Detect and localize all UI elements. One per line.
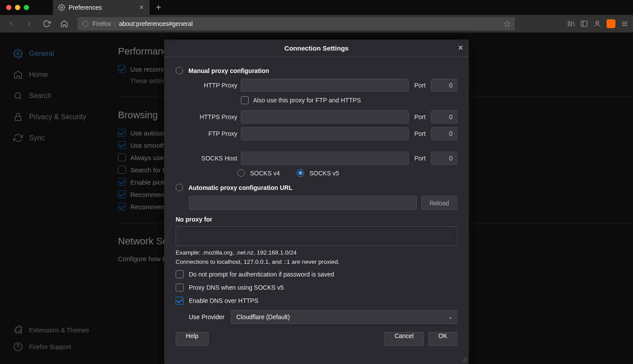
http-proxy-input[interactable] — [241, 79, 409, 92]
extension-icon[interactable] — [607, 19, 615, 28]
noauth-checkbox[interactable] — [176, 270, 184, 278]
toolbar-icons — [567, 19, 629, 28]
new-tab-button[interactable]: + — [152, 3, 165, 13]
no-proxy-label: No proxy for — [176, 216, 457, 223]
http-port-label: Port — [412, 82, 427, 89]
ftp-port-label: Port — [412, 130, 427, 137]
toolbar: Firefox | about:preferences#general — [0, 15, 633, 33]
provider-label: Use Provider — [189, 313, 224, 320]
http-port-input[interactable]: 0 — [431, 79, 457, 92]
minimize-window-icon[interactable] — [15, 5, 20, 10]
dialog-overlay: Connection Settings ✕ Manual proxy confi… — [0, 33, 633, 364]
socks-v5-radio[interactable] — [297, 169, 304, 177]
tab-preferences[interactable]: Preferences × — [53, 0, 150, 15]
tabstrip: Preferences × + — [0, 0, 633, 15]
window-controls — [0, 5, 35, 10]
zoom-window-icon[interactable] — [24, 5, 29, 10]
tab-close-icon[interactable]: × — [138, 4, 145, 11]
reload-button[interactable]: Reload — [421, 196, 457, 210]
menu-icon[interactable] — [621, 20, 629, 28]
dialog-titlebar: Connection Settings ✕ — [164, 40, 469, 57]
url-context: Firefox — [92, 20, 111, 27]
https-proxy-label: HTTPS Proxy — [189, 113, 237, 120]
close-window-icon[interactable] — [6, 5, 11, 10]
url-address: about:preferences#general — [119, 20, 192, 27]
provider-select[interactable]: Cloudflare (Default) ⌄ — [231, 310, 457, 324]
ftp-port-input[interactable]: 0 — [431, 127, 457, 140]
connection-settings-dialog: Connection Settings ✕ Manual proxy confi… — [164, 40, 469, 364]
forward-button[interactable] — [22, 17, 36, 31]
firefox-logo-icon — [82, 20, 89, 27]
svg-point-0 — [61, 7, 63, 8]
resize-handle-icon[interactable] — [461, 357, 467, 363]
sidebar-toggle-icon[interactable] — [580, 20, 588, 28]
proxydns-checkbox[interactable] — [176, 284, 184, 291]
tab-title: Preferences — [69, 4, 102, 11]
no-proxy-example: Example: .mozilla.org, .net.nz, 192.168.… — [176, 249, 457, 256]
socks-port-input[interactable]: 0 — [431, 152, 457, 165]
svg-marker-2 — [504, 21, 510, 26]
https-proxy-input[interactable] — [241, 110, 409, 124]
manual-proxy-label: Manual proxy configuration — [188, 67, 269, 74]
also-ftp-https-label: Also use this proxy for FTP and HTTPS — [253, 97, 361, 104]
noauth-label: Do not prompt for authentication if pass… — [189, 271, 334, 278]
account-icon[interactable] — [593, 20, 601, 28]
socks-host-input[interactable] — [241, 152, 409, 165]
proxydns-label: Proxy DNS when using SOCKS v5 — [189, 284, 284, 291]
also-ftp-https-checkbox[interactable] — [241, 96, 249, 104]
provider-value: Cloudflare (Default) — [236, 313, 290, 320]
proxy-grid: HTTP Proxy Port 0 Also use this proxy fo… — [189, 79, 457, 165]
http-proxy-label: HTTP Proxy — [189, 82, 237, 89]
library-icon[interactable] — [567, 20, 575, 28]
gear-icon — [58, 4, 65, 11]
svg-point-1 — [83, 21, 88, 26]
auto-proxy-label: Automatic proxy configuration URL — [188, 184, 292, 191]
localhost-note: Connections to localhost, 127.0.0.1, and… — [176, 258, 457, 265]
reload-button[interactable] — [40, 17, 54, 31]
auto-proxy-radio[interactable] — [176, 184, 183, 191]
doh-label: Enable DNS over HTTPS — [189, 297, 258, 304]
url-separator: | — [114, 20, 116, 27]
home-button[interactable] — [57, 17, 71, 31]
back-button[interactable] — [4, 17, 18, 31]
socks-v4-label: SOCKS v4 — [250, 170, 280, 177]
ok-button[interactable]: OK — [428, 332, 457, 346]
auto-proxy-url-input[interactable] — [189, 196, 417, 210]
bookmark-star-icon[interactable] — [504, 20, 511, 27]
socks-port-label: Port — [412, 155, 427, 162]
dialog-close-icon[interactable]: ✕ — [458, 44, 464, 52]
socks-host-label: SOCKS Host — [189, 155, 237, 162]
https-port-input[interactable]: 0 — [431, 110, 457, 124]
chevron-down-icon: ⌄ — [448, 314, 453, 320]
ftp-proxy-label: FTP Proxy — [189, 130, 237, 137]
help-button[interactable]: Help — [176, 332, 209, 346]
doh-checkbox[interactable] — [176, 297, 184, 305]
url-bar[interactable]: Firefox | about:preferences#general — [77, 17, 515, 30]
https-port-label: Port — [412, 113, 427, 120]
svg-point-5 — [596, 21, 599, 24]
cancel-button[interactable]: Cancel — [384, 332, 424, 346]
ftp-proxy-input[interactable] — [241, 127, 409, 140]
no-proxy-textarea[interactable] — [176, 226, 457, 246]
manual-proxy-radio[interactable] — [176, 67, 183, 74]
socks-v4-radio[interactable] — [237, 169, 245, 177]
dialog-title: Connection Settings — [284, 44, 349, 52]
socks-v5-label: SOCKS v5 — [309, 170, 339, 177]
svg-rect-3 — [581, 21, 587, 26]
